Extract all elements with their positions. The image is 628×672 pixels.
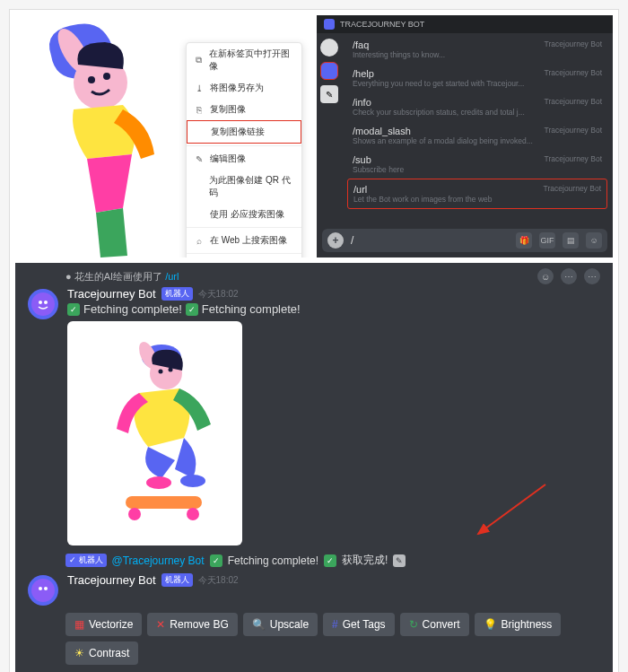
thread-icon[interactable]: ⋯ (561, 268, 577, 284)
get-tags-button[interactable]: #Get Tags (323, 613, 395, 636)
bot-badge-icon (324, 19, 335, 30)
chat-panel: ☺ ⋯ ⋯ ● 花生的AI绘画使用了 /url Tracejourney Bot… (15, 263, 613, 672)
menu-item-icon: ⤓ (194, 83, 205, 93)
convert-button[interactable]: ↻Convert (400, 613, 469, 636)
bot-tag: 机器人 (161, 573, 193, 587)
svg-point-16 (187, 508, 199, 520)
gift-icon[interactable]: 🎁 (516, 232, 532, 249)
status-line: ✓ 机器人 @Tracejourney Bot ✓ Fetching compl… (15, 549, 613, 572)
command-rail: ✎ (317, 33, 342, 223)
command-desc: Everything you need to get started with … (353, 79, 602, 88)
command-source: Tracejourney Bot (545, 97, 602, 106)
command-panel: TRACEJOURNEY BOT ✎ /faqInteresting thing… (317, 15, 613, 257)
button-icon: ▦ (74, 618, 84, 631)
button-label: Vectorize (89, 618, 133, 631)
bot-avatar[interactable] (28, 289, 58, 319)
command-item[interactable]: /modal_slashShows an example of a modal … (347, 121, 607, 150)
action-buttons: ▦Vectorize✕Remove BG🔍Upscale#Get Tags↻Co… (15, 609, 613, 668)
rail-avatar-icon[interactable] (320, 39, 338, 57)
menu-item-icon: ⌕ (194, 236, 205, 246)
context-menu-item[interactable]: ✎编辑图像 (187, 148, 301, 170)
reply-line: ● 花生的AI绘画使用了 /url (15, 263, 613, 284)
command-item[interactable]: /infoCheck your subscription status, cre… (347, 92, 607, 121)
button-label: Upscale (270, 618, 309, 631)
command-item[interactable]: /subSubscribe hereTracejourney Bot (347, 150, 607, 179)
check-icon: ✓ (186, 303, 198, 316)
context-menu-item[interactable]: 使用 必应搜索图像 (187, 204, 301, 225)
context-menu-item[interactable]: ⧉在新标签页中打开图像 (187, 43, 301, 77)
command-item[interactable]: /faqInteresting things to know...Tracejo… (347, 35, 607, 64)
svg-point-15 (128, 508, 141, 520)
command-item[interactable]: /urlLet the Bot work on images from the … (347, 179, 607, 209)
gif-icon[interactable]: GIF (539, 232, 555, 249)
command-item[interactable]: /helpEverything you need to get started … (347, 64, 607, 92)
menu-item-label: 复制图像链接 (211, 126, 265, 138)
command-list: /faqInteresting things to know...Tracejo… (342, 33, 613, 223)
sticker-icon[interactable]: ▤ (563, 232, 579, 249)
timestamp: 今天18:02 (198, 288, 239, 301)
emoji-icon[interactable]: ☺ (586, 232, 602, 249)
mention[interactable]: @Tracejourney Bot (112, 554, 205, 567)
status-a: Fetching complete! (228, 554, 318, 567)
reply-user: 花生的AI绘画使用了 (74, 271, 162, 282)
rail-bot-icon[interactable] (320, 62, 338, 80)
svg-point-20 (44, 587, 48, 590)
check-icon: ✓ (324, 554, 336, 567)
context-menu-item[interactable]: ⊕视觉搜索 (187, 256, 301, 257)
input-text: / (351, 234, 353, 247)
button-label: Brightness (502, 618, 553, 631)
context-menu-item[interactable]: ⤓将图像另存为 (187, 77, 301, 99)
bot-avatar[interactable] (28, 575, 58, 606)
menu-item-icon: ⧉ (194, 55, 204, 65)
menu-item-label: 在新标签页中打开图像 (209, 48, 294, 73)
command-source: Tracejourney Bot (545, 126, 602, 135)
author-name[interactable]: Tracejourney Bot (67, 287, 156, 301)
menu-item-label: 在 Web 上搜索图像 (210, 234, 287, 247)
author-name[interactable]: Tracejourney Bot (67, 573, 156, 587)
context-menu-item[interactable]: 为此图像创建 QR 代码 (187, 170, 301, 204)
command-header: TRACEJOURNEY BOT (317, 15, 613, 33)
bot-message-2: Tracejourney Bot 机器人 今天18:02 (15, 572, 613, 609)
annotation-arrow (469, 480, 550, 543)
msg-text-1: Fetching complete! (83, 302, 182, 316)
image-attachment[interactable] (67, 321, 242, 545)
svg-line-17 (478, 484, 545, 534)
more-icon[interactable]: ⋯ (584, 268, 600, 284)
menu-item-label: 将图像另存为 (210, 82, 264, 94)
command-source: Tracejourney Bot (545, 39, 602, 48)
rail-edit-icon[interactable]: ✎ (320, 85, 338, 103)
brightness-button[interactable]: 💡Brightness (475, 613, 562, 636)
check-icon: ✓ (210, 554, 222, 567)
menu-item-label: 为此图像创建 QR 代码 (209, 174, 294, 199)
svg-point-18 (31, 579, 55, 602)
button-label: Contrast (89, 647, 129, 659)
context-menu-item[interactable]: 复制图像链接 (187, 120, 301, 144)
bot-tag: 机器人 (161, 287, 193, 301)
svg-point-11 (159, 370, 163, 374)
command-source: Tracejourney Bot (544, 184, 601, 193)
svg-rect-14 (126, 496, 202, 509)
context-menu-item[interactable]: ⎘复制图像 (187, 99, 301, 120)
command-desc: Shows an example of a modal dialog being… (353, 136, 602, 145)
attach-icon[interactable]: + (327, 232, 344, 249)
button-label: Get Tags (343, 618, 386, 631)
button-label: Convert (423, 618, 460, 631)
menu-item-label: 复制图像 (210, 103, 246, 116)
svg-point-10 (169, 368, 173, 372)
contrast-button[interactable]: ☀Contrast (65, 641, 138, 665)
context-menu-item[interactable]: ⌕在 Web 上搜索图像 (187, 230, 301, 251)
svg-point-5 (39, 301, 42, 304)
reply-command[interactable]: /url (165, 271, 179, 282)
button-icon: # (332, 618, 338, 631)
msg-text-2: Fetching complete! (202, 302, 301, 316)
edit-icon[interactable]: ✎ (393, 554, 406, 567)
svg-point-3 (88, 76, 95, 83)
remove-bg-button[interactable]: ✕Remove BG (147, 613, 237, 636)
svg-point-12 (146, 476, 171, 489)
upscale-button[interactable]: 🔍Upscale (243, 613, 318, 636)
command-desc: Subscribe here (353, 165, 602, 174)
button-icon: ☀ (74, 647, 84, 659)
message-input-bar[interactable]: + / 🎁 GIF ▤ ☺ (322, 229, 607, 252)
reaction-icon[interactable]: ☺ (537, 268, 554, 284)
vectorize-button[interactable]: ▦Vectorize (65, 613, 142, 636)
